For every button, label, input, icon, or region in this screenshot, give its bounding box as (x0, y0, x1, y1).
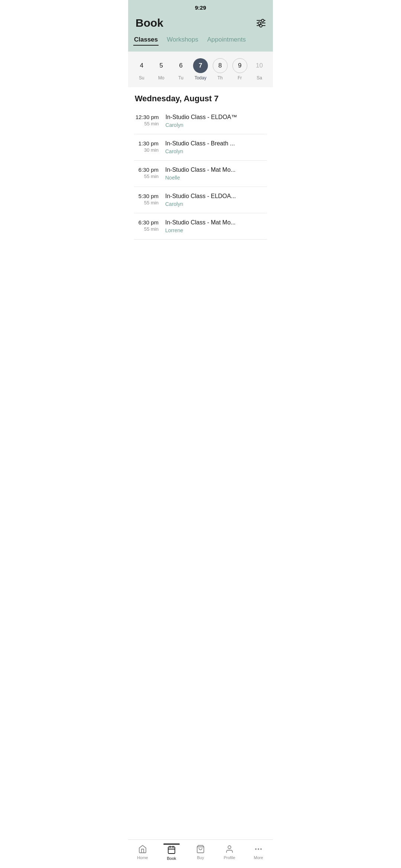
instructor-name: Noelle (165, 175, 265, 181)
class-info: In-Studio Class - Mat Mo... Lorrene (165, 219, 265, 233)
class-item[interactable]: 5:30 pm 55 min In-Studio Class - ELDOA..… (134, 187, 267, 213)
day-cell-sat[interactable]: 10 Sa (251, 57, 267, 82)
filter-line-1 (257, 20, 265, 21)
status-time: 9:29 (195, 4, 206, 11)
class-duration: 55 min (136, 226, 159, 232)
filter-button[interactable] (257, 20, 265, 26)
time-block: 1:30 pm 30 min (136, 140, 165, 153)
time-block: 6:30 pm 55 min (136, 219, 165, 232)
class-item[interactable]: 1:30 pm 30 min In-Studio Class - Breath … (134, 134, 267, 161)
day-number-10: 10 (252, 58, 267, 73)
calendar-strip: 4 Su 5 Mo 6 Tu 7 Today 8 Th 9 Fr 10 (128, 52, 273, 87)
date-heading: Wednesday, August 7 (128, 87, 273, 108)
day-label-sat: Sa (257, 75, 262, 80)
day-cell-fri[interactable]: 9 Fr (232, 57, 248, 82)
day-number-6: 6 (173, 58, 188, 73)
tab-classes[interactable]: Classes (133, 34, 159, 46)
tab-bar: Classes Workshops Appointments (128, 34, 273, 52)
class-item[interactable]: 6:30 pm 55 min In-Studio Class - Mat Mo.… (134, 213, 267, 240)
class-time: 12:30 pm (136, 114, 159, 120)
class-item[interactable]: 6:30 pm 55 min In-Studio Class - Mat Mo.… (134, 161, 267, 187)
class-name: In-Studio Class - Mat Mo... (165, 167, 265, 173)
class-time: 1:30 pm (136, 140, 159, 147)
class-time: 6:30 pm (136, 167, 159, 173)
day-label-sun: Su (139, 75, 144, 80)
time-block: 5:30 pm 55 min (136, 193, 165, 206)
class-name: In-Studio Class - ELDOA... (165, 193, 265, 200)
day-label-mon: Mo (158, 75, 164, 80)
tab-appointments[interactable]: Appointments (206, 34, 247, 46)
day-number-5: 5 (154, 58, 169, 73)
day-number-4: 4 (134, 58, 149, 73)
instructor-name: Carolyn (165, 148, 265, 154)
time-block: 12:30 pm 55 min (136, 114, 166, 126)
class-name: In-Studio Class - Breath ... (165, 140, 265, 147)
class-name: In-Studio Class - ELDOA™ (166, 114, 265, 121)
class-item[interactable]: 12:30 pm 55 min In-Studio Class - ELDOA™… (134, 108, 267, 134)
class-name: In-Studio Class - Mat Mo... (165, 219, 265, 226)
day-cell-sun[interactable]: 4 Su (133, 57, 150, 82)
filter-line-2 (257, 23, 265, 23)
day-label-thu: Th (218, 75, 223, 80)
class-duration: 55 min (136, 121, 159, 126)
day-label-tue: Tu (178, 75, 183, 80)
day-number-7: 7 (193, 58, 208, 73)
day-number-8: 8 (213, 58, 228, 73)
tab-workshops[interactable]: Workshops (166, 34, 199, 46)
class-info: In-Studio Class - Mat Mo... Noelle (165, 167, 265, 181)
class-time: 5:30 pm (136, 193, 159, 199)
instructor-name: Lorrene (165, 227, 265, 233)
day-label-today: Today (195, 75, 206, 80)
time-block: 6:30 pm 55 min (136, 167, 165, 179)
class-duration: 55 min (136, 200, 159, 206)
instructor-name: Carolyn (165, 201, 265, 207)
filter-line-3 (257, 25, 265, 26)
day-cell-thu[interactable]: 8 Th (212, 57, 228, 82)
instructor-name: Carolyn (166, 122, 265, 128)
class-duration: 30 min (136, 147, 159, 153)
class-info: In-Studio Class - Breath ... Carolyn (165, 140, 265, 154)
class-list: 12:30 pm 55 min In-Studio Class - ELDOA™… (128, 108, 273, 240)
day-number-9: 9 (232, 58, 247, 73)
class-info: In-Studio Class - ELDOA™ Carolyn (166, 114, 265, 128)
day-label-fri: Fr (238, 75, 242, 80)
day-cell-today[interactable]: 7 Today (192, 57, 209, 82)
class-info: In-Studio Class - ELDOA... Carolyn (165, 193, 265, 207)
day-cell-tue[interactable]: 6 Tu (173, 57, 189, 82)
class-duration: 55 min (136, 174, 159, 179)
header: Book (128, 13, 273, 34)
day-cell-mon[interactable]: 5 Mo (153, 57, 169, 82)
status-bar: 9:29 (128, 0, 273, 13)
class-time: 6:30 pm (136, 219, 159, 226)
page-title: Book (136, 17, 163, 29)
